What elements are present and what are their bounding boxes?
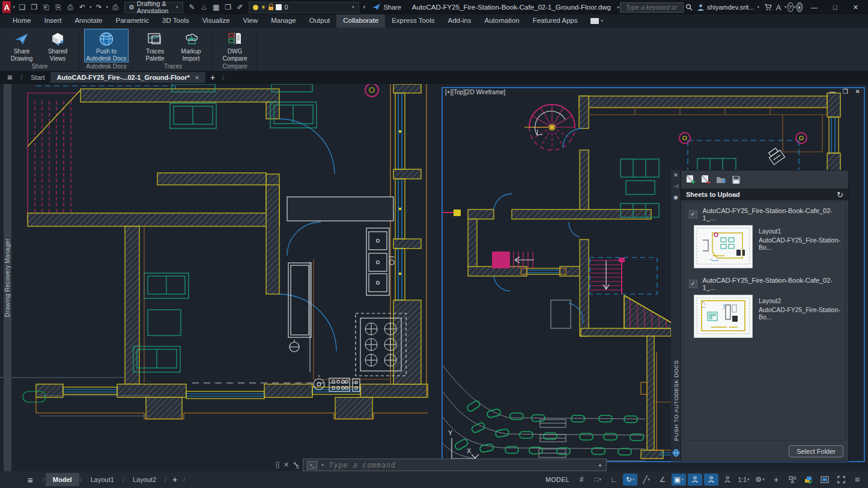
search-input[interactable] (624, 3, 679, 11)
new-drawing-tab-button[interactable]: + (210, 73, 215, 82)
ribbon-display-toggle[interactable]: ▾ (590, 14, 604, 28)
ribbon-tab-visualize[interactable]: Visualize (196, 14, 237, 28)
model-space-toggle[interactable]: MODEL (542, 474, 572, 486)
remove-sheets-icon[interactable] (701, 175, 711, 184)
workspace-switch-caret-icon[interactable]: ▾ (762, 477, 765, 482)
command-input-field[interactable]: >_ ▾ ▲ (303, 459, 607, 471)
share-quick-button[interactable]: Share (372, 4, 401, 11)
annotation-visibility-toggle[interactable] (688, 474, 702, 486)
layout-tabs-menu-icon[interactable]: ≡ (28, 475, 33, 485)
sheet-item-row[interactable]: ✓ AutoCAD-FY25_Fire-Station-Book-Cafe_02… (685, 205, 844, 224)
ribbon-tab-manage[interactable]: Manage (264, 14, 303, 28)
ribbon-tab-annotate[interactable]: Annotate (68, 14, 109, 28)
scale-caret-icon[interactable]: ▾ (747, 477, 750, 482)
viewport-minimize-button[interactable]: — (830, 88, 836, 95)
markup-import-button[interactable]: Markup Import (174, 29, 208, 62)
push-to-autodesk-docs-button[interactable]: Push to Autodesk Docs (85, 29, 128, 62)
layout2-thumbnail[interactable] (694, 295, 753, 338)
polar-tracking-toggle[interactable]: ↻▾ (623, 474, 637, 486)
object-snap-tracking-toggle[interactable]: ∠ (655, 474, 670, 486)
ribbon-tab-view[interactable]: View (236, 14, 264, 28)
ribbon-tab-home[interactable]: Home (6, 14, 38, 28)
ribbon-tab-automation[interactable]: Automation (478, 14, 526, 28)
sheet-checkbox-2[interactable]: ✓ (689, 280, 697, 288)
account-menu[interactable]: shiyamdev.srit... ▾ (697, 4, 760, 11)
app-store-cart-icon[interactable] (762, 2, 773, 13)
undo-icon[interactable]: ↶ (77, 2, 88, 13)
workspace-switching-button[interactable]: ⚙▾ (753, 474, 767, 486)
palette-properties-icon[interactable]: ✱ (673, 194, 678, 201)
panel-traces-label[interactable]: Traces (133, 62, 213, 71)
autodesk-a-icon[interactable]: A (773, 2, 784, 13)
window-minimize-button[interactable]: — (811, 4, 818, 11)
ribbon-tab-express-tools[interactable]: Express Tools (385, 14, 441, 28)
assistant-icon[interactable]: ◐ (797, 2, 803, 12)
new-file-icon[interactable]: ❏ (17, 2, 28, 13)
new-layout-button[interactable]: + (172, 475, 177, 484)
save-as-icon[interactable]: ⎘ (53, 2, 64, 13)
qat-customize-icon[interactable]: ⇟ (363, 5, 366, 10)
snap-caret-icon[interactable]: ▾ (599, 477, 602, 482)
file-tabs-menu-icon[interactable]: ≡ (7, 73, 12, 82)
ribbon-tab-3d-tools[interactable]: 3D Tools (156, 14, 196, 28)
osnap-caret-icon[interactable]: ▾ (681, 477, 684, 482)
command-line-bar[interactable]: ⣿ ✕ 🔧︎⃯ >_ ▾ ▲ (272, 459, 607, 471)
model-space-drawing[interactable] (0, 84, 442, 471)
redo-icon[interactable]: ↷ (93, 2, 104, 13)
window-maximize-button[interactable]: □ (833, 4, 837, 11)
quick-properties-toggle[interactable] (785, 474, 800, 486)
title-expand-icon[interactable]: ▸ (618, 5, 620, 10)
palette-title-rail[interactable]: ✕ ⊣ ✱ PUSH TO AUTODESK DOCS (671, 170, 681, 462)
object-snap-toggle[interactable]: ▣▾ (672, 474, 686, 486)
markup-icon[interactable]: ✐ (235, 2, 246, 13)
sheet-checkbox-1[interactable]: ✓ (689, 210, 697, 218)
traces-palette-button[interactable]: Traces Palette (138, 29, 172, 62)
command-history-up-icon[interactable]: ▲ (598, 462, 602, 468)
ribbon-tab-add-ins[interactable]: Add-ins (442, 14, 478, 28)
shared-views-button[interactable]: Shared Views (41, 29, 74, 62)
viewport-controls-label[interactable]: [+][Top][2D Wireframe] (445, 89, 505, 95)
customization-button[interactable]: ≡ (850, 474, 864, 486)
command-grip-icon[interactable]: ⣿ (275, 461, 280, 469)
search-icon[interactable] (684, 2, 694, 13)
ortho-mode-toggle[interactable]: ∟ (607, 474, 621, 486)
ribbon-tab-insert[interactable]: Insert (38, 14, 68, 28)
panel-autodesk-docs-label[interactable]: Autodesk Docs (80, 62, 133, 71)
logo-menu-caret-icon[interactable]: ▾ (13, 5, 15, 10)
sheet-set-icon[interactable]: ✎ (187, 2, 198, 13)
annotation-autoscale-toggle[interactable] (704, 474, 718, 486)
sheet-item-row-2[interactable]: ✓ AutoCAD-FY25_Fire-Station-Book-Cafe_02… (685, 274, 844, 294)
model-tab[interactable]: Model (46, 473, 79, 486)
dwg-compare-button[interactable]: DWG Compare (218, 29, 252, 62)
search-box[interactable] (620, 2, 684, 13)
graphics-performance-button[interactable] (818, 474, 832, 486)
workspace-dropdown[interactable]: ⚙ Drafting & Annotation ▾ (124, 2, 183, 13)
grid-display-toggle[interactable]: # (574, 474, 589, 486)
viewport-restore-button[interactable]: ❐ (843, 88, 848, 95)
file-tab-start[interactable]: Start (25, 72, 50, 83)
plot-preview-icon[interactable]: ❒ (223, 2, 234, 13)
annotation-scale-dropdown[interactable]: 1:1▾ (736, 474, 751, 486)
isometric-drafting-toggle[interactable]: ╱▾ (639, 474, 654, 486)
isodraft-caret-icon[interactable]: ▾ (648, 477, 650, 482)
share-drawing-button[interactable]: Share Drawing (5, 29, 38, 62)
save-icon[interactable]: ⎗ (41, 2, 52, 13)
autodesk-a-caret-icon[interactable]: ▾ (785, 5, 787, 10)
panel-share-label[interactable]: Share (0, 62, 79, 71)
print-icon[interactable]: ⎙ (110, 2, 121, 13)
add-sheets-icon[interactable] (686, 175, 696, 184)
snap-mode-toggle[interactable]: ∷▾ (590, 474, 605, 486)
open-file-icon[interactable]: ❐ (29, 2, 40, 13)
command-close-icon[interactable]: ✕ (284, 461, 289, 469)
file-tab-active-drawing[interactable]: AutoCAD-FY25_Fire-...02-1_Ground-Floor* … (50, 72, 205, 83)
layout2-tab[interactable]: Layout2 (126, 473, 163, 486)
undo-caret-icon[interactable]: ▾ (90, 5, 92, 10)
autocad-logo-icon[interactable]: A (2, 1, 11, 13)
annotation-scale-icon-button[interactable] (720, 474, 735, 486)
polar-caret-icon[interactable]: ▾ (633, 477, 635, 482)
select-folder-button[interactable]: Select Folder (789, 445, 843, 457)
command-customize-wrench-icon[interactable]: 🔧︎⃯ (293, 461, 299, 469)
panel-compare-label[interactable]: Compare (213, 62, 256, 71)
save-sheets-icon[interactable] (732, 175, 741, 184)
command-recent-caret-icon[interactable]: ▾ (321, 463, 324, 468)
